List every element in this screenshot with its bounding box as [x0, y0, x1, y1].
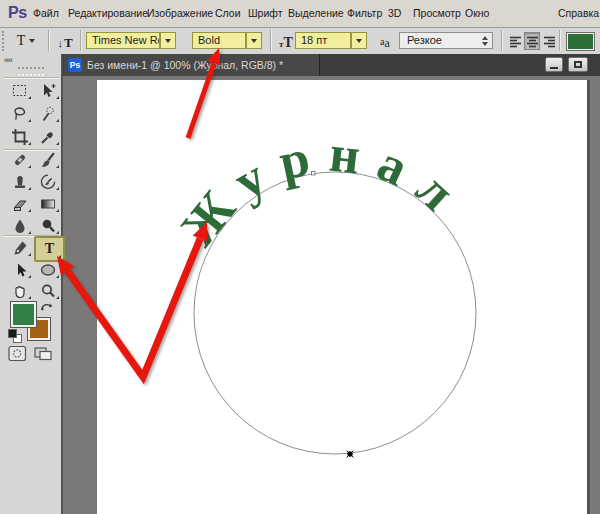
- separator: [48, 30, 49, 51]
- orientation-letter: T: [64, 36, 73, 50]
- hand-tool[interactable]: [6, 280, 33, 301]
- font-size-icon: тТ: [277, 33, 295, 50]
- align-right-button[interactable]: [541, 32, 557, 50]
- lasso-icon: [11, 105, 29, 123]
- menu-image[interactable]: Изображение: [147, 7, 213, 19]
- clone-stamp-tool[interactable]: [6, 171, 33, 192]
- tool-preset-button[interactable]: T: [8, 31, 44, 51]
- separator: [501, 30, 502, 51]
- gradient-tool[interactable]: [34, 193, 61, 214]
- anti-alias-value: Резкое: [407, 34, 442, 46]
- align-center-button[interactable]: [524, 32, 540, 50]
- brush-icon: [39, 151, 57, 169]
- minimize-button[interactable]: [545, 57, 563, 72]
- text-color-swatch[interactable]: [566, 32, 595, 51]
- default-colors-button[interactable]: [8, 329, 22, 343]
- separator: [80, 30, 81, 51]
- align-center-icon: [526, 35, 539, 48]
- crop-icon: [11, 128, 29, 146]
- quick-mask-icon: [8, 345, 27, 362]
- panel-grip[interactable]: [18, 67, 44, 76]
- document-ps-icon: Ps: [68, 58, 82, 72]
- photoshop-window: { "app": { "logo": "Ps" }, "menu_bar": {…: [0, 0, 600, 514]
- chevron-down-icon: [29, 39, 35, 43]
- font-family-input[interactable]: Times New Ro...: [86, 32, 160, 49]
- rectangular-marquee-tool[interactable]: [6, 80, 33, 101]
- move-icon: [39, 82, 57, 100]
- history-brush-icon: [39, 173, 57, 191]
- crop-tool[interactable]: [6, 126, 33, 147]
- anti-alias-select[interactable]: Резкое: [399, 32, 493, 49]
- font-style-dropdown-button[interactable]: [246, 32, 262, 49]
- dodge-icon: [39, 217, 57, 235]
- document-tab-bar: Ps Без имени-1 @ 100% (Журнал, RGB/8) *: [63, 54, 600, 76]
- dodge-tool[interactable]: [34, 215, 61, 236]
- align-left-icon: [509, 35, 522, 48]
- swap-colors-button[interactable]: [39, 300, 53, 312]
- healing-brush-icon: [11, 151, 29, 169]
- menu-select[interactable]: Выделение: [288, 7, 344, 19]
- eraser-tool[interactable]: [6, 193, 33, 214]
- font-family-dropdown-button[interactable]: [160, 32, 176, 49]
- align-left-button[interactable]: [507, 32, 523, 50]
- ellipse-shape-tool[interactable]: [34, 259, 61, 280]
- chevron-down-icon: [251, 39, 257, 43]
- gradient-icon: [39, 195, 57, 213]
- separator: [270, 30, 271, 51]
- menu-help[interactable]: Справка: [558, 7, 599, 19]
- spinner-icon: [482, 36, 488, 46]
- orientation-arrow-icon: ↓: [57, 37, 63, 50]
- quick-selection-tool[interactable]: [34, 103, 61, 124]
- magnifier-icon: [39, 282, 57, 300]
- menu-edit[interactable]: Редактирование: [68, 7, 148, 19]
- minimize-icon: [550, 67, 558, 69]
- chevron-down-icon: [165, 39, 171, 43]
- menu-bar: Ps Файл Редактирование Изображение Слои …: [0, 0, 600, 28]
- font-size-input[interactable]: 18 пт: [295, 32, 351, 49]
- collapse-panel-button[interactable]: ««: [4, 55, 12, 65]
- menu-layers[interactable]: Слои: [215, 7, 241, 19]
- swap-arrows-icon: [40, 301, 53, 312]
- quick-mask-button[interactable]: [8, 345, 27, 362]
- brush-tool[interactable]: [34, 149, 61, 170]
- eraser-icon: [11, 195, 29, 213]
- lasso-tool[interactable]: [6, 103, 33, 124]
- menu-type[interactable]: Шрифт: [248, 7, 283, 19]
- move-tool[interactable]: [34, 80, 61, 101]
- chevron-down-icon: [356, 39, 362, 43]
- pen-tool[interactable]: [6, 237, 33, 258]
- divider: [4, 77, 59, 78]
- photoshop-logo: Ps: [8, 4, 27, 22]
- menu-3d[interactable]: 3D: [388, 7, 401, 19]
- zoom-tool[interactable]: [34, 280, 61, 301]
- document-canvas[interactable]: [97, 80, 587, 514]
- menu-view[interactable]: Просмотр: [413, 7, 461, 19]
- menu-file[interactable]: Файл: [33, 7, 59, 19]
- hand-icon: [11, 282, 29, 300]
- history-brush-tool[interactable]: [34, 171, 61, 192]
- text-orientation-toggle[interactable]: ↓ T: [53, 32, 77, 50]
- maximize-button[interactable]: [568, 57, 588, 72]
- blur-tool[interactable]: [6, 215, 33, 236]
- selection-arrow-icon: [11, 261, 29, 279]
- pen-icon: [11, 239, 29, 257]
- eyedropper-icon: [39, 128, 57, 146]
- stamp-icon: [11, 173, 29, 191]
- spot-healing-brush-tool[interactable]: [6, 149, 33, 170]
- document-tab[interactable]: Ps Без имени-1 @ 100% (Журнал, RGB/8) *: [64, 54, 320, 76]
- font-size-dropdown-button[interactable]: [351, 32, 367, 49]
- font-style-input[interactable]: Bold: [192, 32, 246, 49]
- menu-window[interactable]: Окно: [465, 7, 489, 19]
- anti-alias-icon: aa: [375, 33, 395, 50]
- screen-mode-button[interactable]: [33, 345, 54, 362]
- screen-mode-icon: [33, 345, 54, 362]
- tools-panel: ««: [0, 54, 63, 514]
- foreground-color-swatch[interactable]: [10, 301, 37, 328]
- marquee-icon: [11, 82, 29, 100]
- options-bar-grip[interactable]: [2, 31, 7, 51]
- type-tool-options-bar: T ↓ T Times New Ro... Bold тТ 18 пт aa Р…: [0, 28, 600, 55]
- path-selection-tool[interactable]: [6, 259, 33, 280]
- eyedropper-tool[interactable]: [34, 126, 61, 147]
- menu-filter[interactable]: Фильтр: [347, 7, 382, 19]
- type-tool-icon: T: [45, 242, 54, 256]
